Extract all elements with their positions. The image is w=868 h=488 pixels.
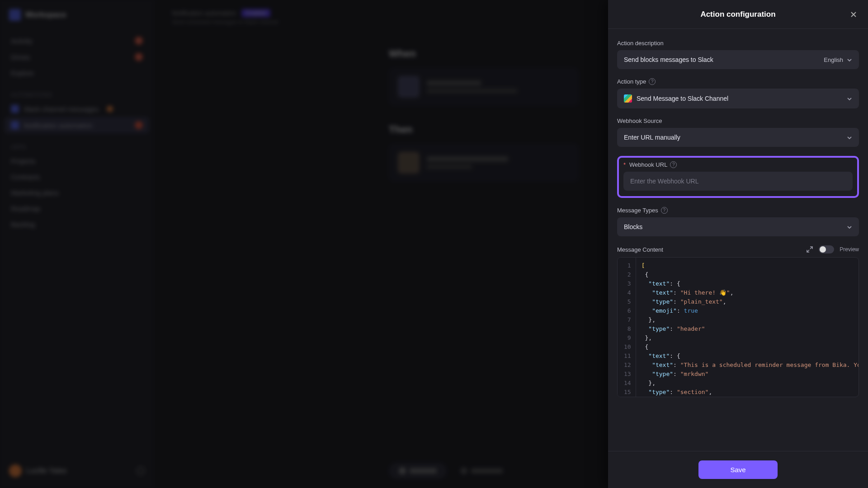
help-icon[interactable]: ? — [670, 161, 677, 168]
field-message-types: Message Types ? Blocks — [617, 207, 859, 236]
action-type-value: Send Message to Slack Channel — [637, 95, 728, 102]
slack-icon — [624, 94, 632, 103]
label-webhook-url: Webhook URL — [629, 161, 667, 168]
webhook-source-select[interactable]: Enter URL manually — [617, 128, 859, 147]
action-config-panel: Action configuration Action description … — [608, 0, 868, 488]
field-action-type: Action type ? Send Message to Slack Chan… — [617, 78, 859, 108]
webhook-source-value: Enter URL manually — [624, 134, 680, 141]
message-types-value: Blocks — [624, 223, 642, 230]
preview-toggle[interactable] — [819, 245, 834, 253]
field-message-content: Message Content Preview 1234567891011121… — [617, 245, 859, 397]
preview-label: Preview — [840, 246, 859, 253]
label-action-description: Action description — [617, 40, 664, 47]
label-webhook-source: Webhook Source — [617, 117, 662, 124]
line-gutter: 123456789101112131415 — [618, 258, 636, 397]
expand-icon[interactable] — [806, 246, 813, 253]
save-button[interactable]: Save — [698, 460, 777, 479]
action-description-value: Send blocks messages to Slack — [624, 56, 713, 63]
close-button[interactable] — [848, 9, 859, 20]
label-action-type: Action type — [617, 78, 646, 85]
webhook-url-input[interactable] — [623, 172, 853, 191]
panel-header: Action configuration — [608, 0, 868, 29]
close-icon — [850, 11, 857, 18]
action-description-select[interactable]: Send blocks messages to Slack English — [617, 50, 859, 69]
label-message-types: Message Types — [617, 207, 658, 214]
message-types-select[interactable]: Blocks — [617, 217, 859, 236]
panel-footer: Save — [608, 451, 868, 488]
panel-title: Action configuration — [700, 10, 775, 19]
chevron-down-icon — [847, 224, 852, 230]
field-webhook-url-highlight: * Webhook URL ? — [617, 156, 859, 198]
chevron-down-icon — [847, 135, 852, 140]
required-indicator: * — [623, 161, 626, 168]
code-editor[interactable]: 123456789101112131415 [ { "text": { "tex… — [617, 257, 859, 397]
chevron-down-icon — [847, 57, 852, 62]
code-content[interactable]: [ { "text": { "text": "Hi there! 👋", "ty… — [636, 258, 859, 397]
field-webhook-source: Webhook Source Enter URL manually — [617, 117, 859, 147]
label-message-content: Message Content — [617, 246, 663, 253]
help-icon[interactable]: ? — [661, 207, 668, 214]
action-type-select[interactable]: Send Message to Slack Channel — [617, 89, 859, 108]
chevron-down-icon — [847, 96, 852, 101]
language-value: English — [824, 56, 843, 63]
help-icon[interactable]: ? — [649, 78, 656, 85]
field-action-description: Action description Send blocks messages … — [617, 40, 859, 69]
